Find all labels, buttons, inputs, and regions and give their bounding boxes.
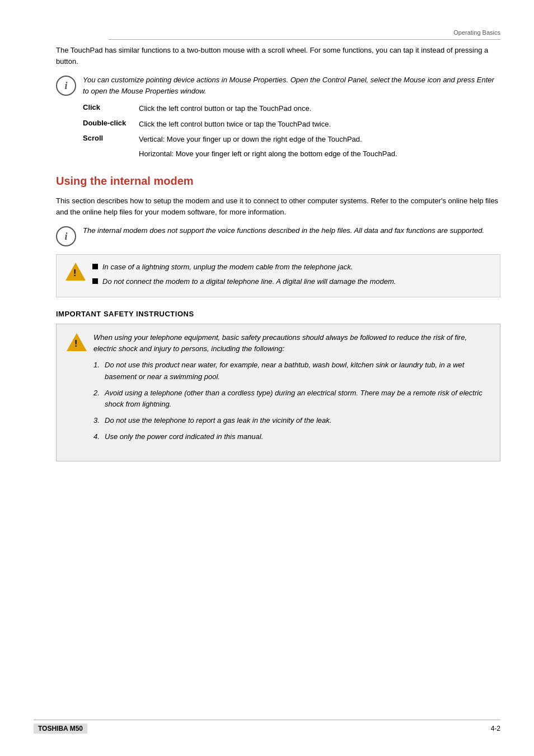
table-row: Scroll Vertical: Move your finger up or …: [83, 134, 500, 159]
warning-item-1: In case of a lightning storm, unplug the…: [92, 262, 491, 273]
term-click-desc: Click the left control button or tap the…: [139, 103, 500, 114]
info-note-modem: i The internal modem does not support th…: [56, 225, 500, 246]
header-section: Operating Basics: [453, 29, 500, 36]
warning-icon-1: !: [65, 263, 86, 283]
info-icon-2: i: [56, 226, 76, 246]
term-click-label: Click: [83, 103, 139, 111]
warning-exclaim-safety: !: [74, 339, 77, 349]
safety-list: 1. Do not use this product near water, f…: [93, 360, 490, 443]
touchpad-intro: The TouchPad has similar functions to a …: [56, 45, 500, 67]
warning-item-2: Do not connect the modem to a digital te…: [92, 276, 491, 287]
warning-icon-safety: !: [67, 333, 87, 353]
list-item: 4. Use only the power cord indicated in …: [93, 431, 490, 443]
list-num: 4.: [93, 431, 105, 443]
info-note-1-text: You can customize pointing device action…: [83, 74, 500, 96]
footer-brand: TOSHIBA M50: [34, 724, 87, 734]
list-num: 2.: [93, 388, 105, 399]
warning-box-lightning: ! In case of a lightning storm, unplug t…: [56, 254, 500, 297]
term-doubleclick-desc: Click the left control button twice or t…: [139, 119, 500, 130]
info-icon-1: i: [56, 76, 76, 96]
touchpad-table: Click Click the left control button or t…: [83, 103, 500, 159]
term-scroll-desc-2: Horizontal: Move your finger left or rig…: [139, 148, 500, 160]
safety-box: ! When using your telephone equipment, b…: [56, 324, 500, 461]
table-row: Click Click the left control button or t…: [83, 103, 500, 114]
page: Operating Basics The TouchPad has simila…: [0, 0, 534, 756]
main-content: The TouchPad has similar functions to a …: [56, 45, 500, 469]
header-divider: [109, 39, 500, 40]
term-scroll-label: Scroll: [83, 134, 139, 142]
modem-intro: This section describes how to setup the …: [56, 195, 500, 217]
list-num: 1.: [93, 360, 105, 371]
warning-exclaim: !: [73, 268, 76, 278]
footer: TOSHIBA M50 4-2: [34, 720, 500, 734]
term-scroll-desc-1: Vertical: Move your finger up or down th…: [139, 134, 500, 145]
warning-content: In case of a lightning storm, unplug the…: [92, 262, 491, 290]
info-note-2-text: The internal modem does not support the …: [83, 225, 484, 236]
safety-header: ! When using your telephone equipment, b…: [67, 332, 490, 447]
bullet-icon: [92, 278, 98, 284]
list-item: 1. Do not use this product near water, f…: [93, 360, 490, 383]
safety-heading: IMPORTANT SAFETY INSTRUCTIONS: [56, 310, 500, 318]
header-text: Operating Basics: [453, 29, 500, 36]
term-doubleclick-label: Double-click: [83, 119, 139, 127]
bullet-icon: [92, 264, 98, 269]
safety-lead-text: When using your telephone equipment, bas…: [93, 332, 490, 354]
list-item: 2. Avoid using a telephone (other than a…: [93, 388, 490, 411]
info-note-touchpad: i You can customize pointing device acti…: [56, 74, 500, 96]
list-item: 3. Do not use the telephone to report a …: [93, 415, 490, 427]
table-row: Double-click Click the left control butt…: [83, 119, 500, 130]
section-heading-modem: Using the internal modem: [56, 175, 500, 188]
footer-page: 4-2: [491, 725, 500, 732]
list-num: 3.: [93, 415, 105, 427]
